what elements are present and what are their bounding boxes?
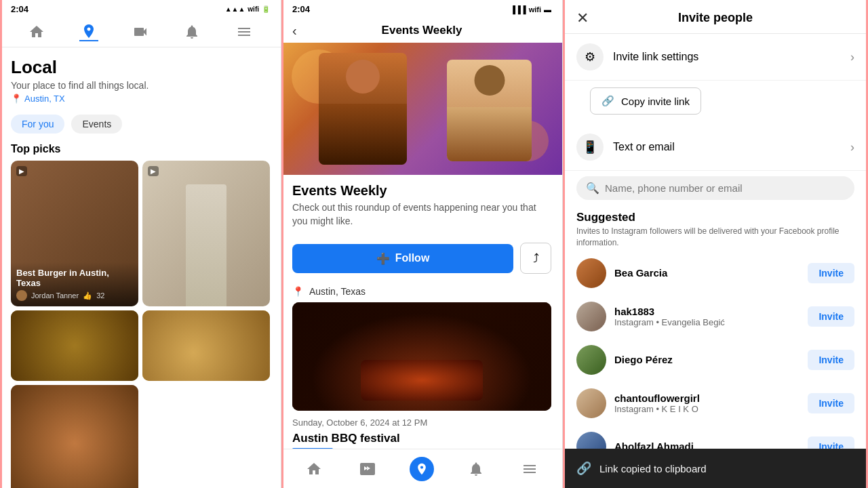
bottom-bell-icon[interactable] [464,457,488,481]
avatar-bea [576,258,606,288]
bottom-menu-icon[interactable] [517,457,542,481]
event-info: Events Weekly Check out this roundup of … [281,175,562,236]
bottom-nav [281,449,562,488]
person-sub-chan: Instagram • K E I K O [614,404,800,414]
card-food1[interactable] [11,310,138,381]
bottom-home-icon[interactable] [302,457,326,481]
location-pin-icon-2: 📍 [292,286,304,297]
events-weekly-panel: 2:04 ▐▐▐ wifi ▬ ‹ Events Weekly Events W… [281,0,563,488]
author-avatar-small [16,290,27,301]
bbq-photo [292,302,551,411]
gear-icon: ⚙ [576,43,604,70]
avatar-diego [576,345,606,375]
close-icon: ✕ [576,9,589,26]
text-or-email-option[interactable]: 📱 Text or email › [563,124,868,171]
bottom-local-icon[interactable] [410,457,434,481]
top-nav-panel1 [0,17,281,47]
signal-bars-icon: ▐▐▐ [510,5,526,14]
invite-button-chan[interactable]: Invite [808,393,854,413]
event-actions: ➕ Follow ⤴ [281,236,562,281]
card-likes: 32 [96,291,104,300]
toast-notification: 🔗 Link copied to clipboard [563,449,868,488]
suggested-section: Suggested Invites to Instagram followers… [563,205,868,251]
search-input[interactable] [605,182,845,194]
invite-link-settings-label: Invite link settings [613,51,698,63]
card-food2[interactable]: ▶ [142,310,270,381]
suggested-subtitle: Invites to Instagram followers will be d… [576,226,854,249]
nav-menu-icon[interactable] [235,22,254,41]
phone-icon: 📱 [576,134,604,161]
tab-events[interactable]: Events [71,115,122,134]
card-burger[interactable]: ▶ Best Burger in Austin, Texas Jordan Ta… [11,161,138,306]
share-icon: ⤴ [533,251,539,266]
status-bar-panel2: 2:04 ▐▐▐ wifi ▬ [281,0,562,17]
search-bar: 🔍 [576,176,854,200]
follow-plus-icon: ➕ [376,252,390,265]
events-header: ‹ Events Weekly [281,17,562,43]
like-icon: 👍 [83,291,92,300]
link-icon: 🔗 [601,95,614,107]
event-title-secondary: Austin BBQ festival [281,430,562,447]
invite-button-diego[interactable]: Invite [808,350,854,370]
back-button[interactable]: ‹ [292,23,297,39]
play-icon: ▶ [16,166,27,176]
copy-link-container: 🔗 Copy invite link [563,87,868,124]
close-button[interactable]: ✕ [576,9,589,27]
status-bar-panel1: 2:04 ▲▲▲ wifi 🔋 [0,0,281,17]
invite-person-bea: Bea Garcia Invite [563,251,868,295]
battery-icon-p2: ▬ [544,5,551,14]
page-header: Local Your place to find all things loca… [0,47,281,110]
nav-bell-icon[interactable] [182,22,201,41]
person-name-chan: chantouflowergirl [614,392,800,404]
invite-person-hak: hak1883 Instagram • Evangelia Begić Invi… [563,295,868,338]
local-feed-panel: 2:04 ▲▲▲ wifi 🔋 Local Your place to find… [0,0,281,488]
chevron-right-icon-2: › [850,140,854,155]
tab-row: For you Events [0,110,281,140]
wifi-icon: wifi [248,5,259,13]
card-title: Best Burger in Austin, Texas [16,268,133,288]
page-title: Local [11,57,270,78]
copy-link-button[interactable]: 🔗 Copy invite link [590,87,701,115]
suggested-title: Suggested [576,211,854,224]
invite-person-diego: Diego Pérez Invite [563,338,868,382]
wifi-icon-p2: wifi [529,5,541,14]
card-bottom-left[interactable]: Literally the best croissants in the Mis… [11,385,138,488]
event-location: 📍 Austin, Texas [281,281,562,302]
tab-for-you[interactable]: For you [11,115,64,134]
status-time-p1: 2:04 [11,4,28,14]
share-button[interactable]: ⤴ [520,243,551,274]
invite-link-settings-option[interactable]: ⚙ Invite link settings › [563,34,868,81]
event-date: Sunday, October 6, 2024 at 12 PM [281,411,562,430]
invite-button-hak[interactable]: Invite [808,306,854,327]
nav-video-icon[interactable] [131,22,150,41]
person-name-diego: Diego Pérez [614,354,800,365]
avatar-chan [576,388,606,418]
card-meta: Jordan Tanner 👍 32 [16,290,133,301]
nav-location-icon[interactable] [79,22,98,41]
search-icon: 🔍 [586,182,599,195]
toast-link-icon: 🔗 [576,461,591,476]
signal-icon: ▲▲▲ [225,5,245,13]
avatar-hak [576,302,606,331]
events-panel-title: Events Weekly [382,24,462,37]
bottom-play-icon[interactable] [355,457,380,481]
card-dress[interactable]: ▶ [142,161,270,306]
invite-button-bea[interactable]: Invite [808,263,854,283]
chevron-right-icon: › [850,50,854,64]
page-location: 📍 Austin, TX [11,94,270,104]
follow-button[interactable]: ➕ Follow [292,244,513,273]
nav-home-icon[interactable] [27,22,46,41]
play-icon-2: ▶ [148,166,159,176]
invite-title: Invite people [576,11,854,25]
person-sub-hak: Instagram • Evangelia Begić [614,317,800,327]
battery-icon: 🔋 [262,5,270,13]
status-time-p2: 2:04 [292,4,310,14]
event-name: Events Weekly [292,183,551,199]
invite-header: ✕ Invite people [563,0,868,34]
card-author: Jordan Tanner [31,291,79,300]
event-desc: Check out this roundup of events happeni… [292,201,551,228]
person-name-bea: Bea Garcia [614,267,800,279]
cards-grid: ▶ Best Burger in Austin, Texas Jordan Ta… [0,161,281,488]
text-or-email-label: Text or email [613,141,675,153]
invite-people-panel: ✕ Invite people ⚙ Invite link settings ›… [563,0,868,488]
